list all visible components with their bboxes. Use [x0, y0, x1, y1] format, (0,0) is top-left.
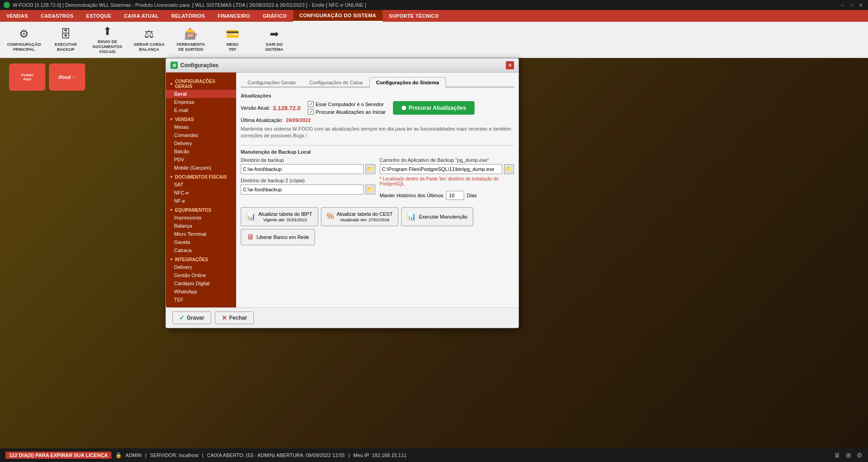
update-btn-label: Procurar Atualizações — [409, 105, 466, 111]
sidebar-section-documentos: ▼ DOCUMENTOS FISCAIS — [166, 172, 236, 180]
dialog-title-bar: ⚙ Configurações ✕ — [166, 58, 519, 73]
menu-configuracao[interactable]: CONFIGURAÇÃO DO SISTEMA — [293, 10, 383, 22]
last-update-label: Última Atualização: — [241, 117, 283, 123]
sidebar-item-mesas[interactable]: Mesas — [166, 123, 236, 131]
sidebar-item-delivery-integ[interactable]: Delivery — [166, 263, 236, 271]
minimize-button[interactable]: ─ — [839, 1, 846, 9]
sidebar-section-integracoes: ▼ INTEGRAÇÕES — [166, 254, 236, 263]
tef-icon: 💳 — [226, 28, 239, 40]
menu-vendas[interactable]: VENDAS — [0, 10, 34, 22]
liberar-banco-button[interactable]: 🖥 Liberar Banco em Rede — [241, 229, 315, 245]
sidebar-item-catraca[interactable]: Catraca — [166, 246, 236, 254]
sidebar-item-gaveta[interactable]: Gaveta — [166, 238, 236, 246]
banco-label: Liberar Banco em Rede — [257, 234, 309, 240]
checkbox-servidor[interactable]: ✓ Esse Computador é o Servidor — [308, 101, 386, 107]
toolbar-envio-documentos[interactable]: ⬆ ENVIO DEDOCUMENTOS FISCAIS — [87, 24, 128, 56]
gravar-label: Gravar — [187, 315, 204, 321]
close-window-button[interactable]: ✕ — [857, 1, 864, 9]
atualizar-cest-button[interactable]: % Atualizar tabela do CESTAtualizado em:… — [321, 207, 399, 226]
caminho-browse-button[interactable]: 📁 — [504, 164, 514, 174]
maximize-button[interactable]: □ — [848, 1, 855, 9]
sidebar-item-gestao-online[interactable]: Gestão Online — [166, 271, 236, 279]
menu-suporte[interactable]: SUPORTE TÉCNICO — [383, 10, 445, 22]
pedido-aqui-icon[interactable]: PedidoAqui — [9, 63, 45, 91]
sidebar-item-geral[interactable]: Geral — [166, 90, 236, 98]
envio-icon: ⬆ — [103, 25, 112, 38]
title-bar-text: W-FOOD [3.128.72.0] | Demonstração WLL S… — [13, 2, 366, 8]
sidebar-item-balanca[interactable]: Balança — [166, 222, 236, 230]
manter-value-input[interactable] — [446, 191, 464, 200]
tab-configuracoes-caixa[interactable]: Configurações de Caixa — [302, 77, 369, 88]
fechar-label: Fechar — [229, 315, 247, 321]
sidebar-section-equipamentos: ▼ EQUIPAMENTOS — [166, 205, 236, 214]
menu-relatorios[interactable]: RELATÓRIOS — [165, 10, 211, 22]
menu-estoque[interactable]: ESTOQUE — [80, 10, 118, 22]
dir-backup-input[interactable] — [241, 164, 364, 174]
menu-financeiro[interactable]: FINANCEIRO — [211, 10, 256, 22]
dialog-title-text: Configurações — [180, 62, 218, 68]
gravar-button[interactable]: ✓ Gravar — [172, 311, 211, 324]
version-value: 3.128.72.0 — [273, 105, 301, 112]
sidebar-item-impressoras[interactable]: Impressoras — [166, 214, 236, 222]
sidebar-item-mobile[interactable]: Mobile (Garçom) — [166, 164, 236, 172]
toolbar-ferramenta-sorteio[interactable]: 🎰 FERRAMENTADE SORTEIO — [170, 24, 211, 56]
menu-cadastros[interactable]: CADASTROS — [34, 10, 80, 22]
version-field: Versão Atual: 3.128.72.0 — [241, 105, 301, 112]
dir-backup-label: Diretório de backup — [241, 157, 375, 163]
checkbox-servidor-check: ✓ — [309, 102, 313, 107]
configuracao-label: CONFIGURAÇÃOPRINCIPAL — [7, 42, 41, 52]
action-buttons-row: 📊 Atualizar tabela do IBPTVigente até: 3… — [241, 207, 514, 245]
menu-grafico[interactable]: GRÁFICO — [257, 10, 293, 22]
executar-manutencao-button[interactable]: 📊 Executar Manutenção — [401, 207, 473, 226]
toolbar-executar-backup[interactable]: 🗄 EXECUTARBACKUP — [45, 24, 86, 56]
section-label-documentos: DOCUMENTOS FISCAIS — [175, 175, 227, 180]
atualizar-ibpt-button[interactable]: 📊 Atualizar tabela do IBPTVigente até: 3… — [241, 207, 318, 226]
checkbox-atualizacoes-box[interactable]: ✓ — [308, 109, 314, 115]
section-divider — [241, 145, 514, 146]
status-separator1: | — [145, 452, 146, 458]
sidebar-item-pdv[interactable]: PDV — [166, 156, 236, 164]
ifood-icon[interactable]: ifood→ — [49, 63, 85, 91]
banco-icon: 🖥 — [247, 233, 254, 241]
sorteio-icon: 🎰 — [184, 28, 198, 40]
sidebar-item-nfe[interactable]: NF-e — [166, 197, 236, 205]
sidebar-item-tef[interactable]: TEF — [166, 296, 236, 304]
sidebar-item-comandas[interactable]: Comandas — [166, 131, 236, 139]
sidebar-item-whatsapp[interactable]: WhatsApp — [166, 287, 236, 296]
envio-label: ENVIO DEDOCUMENTOS FISCAIS — [89, 39, 126, 54]
toolbar-gerar-carga[interactable]: ⚖ GERAR CARGABALANÇA — [129, 24, 170, 56]
title-bar: W-FOOD [3.128.72.0] | Demonstração WLL S… — [0, 0, 868, 10]
sidebar-item-empresa[interactable]: Empresa — [166, 98, 236, 106]
sidebar-item-email[interactable]: E-mail — [166, 106, 236, 114]
dialog-close-button[interactable]: ✕ — [506, 61, 514, 69]
menu-caixa-atual[interactable]: CAIXA ATUAL — [118, 10, 165, 22]
fechar-button[interactable]: ✕ Fechar — [215, 311, 254, 324]
toolbar-configuracao-principal[interactable]: ⚙ CONFIGURAÇÃOPRINCIPAL — [4, 24, 44, 56]
caminho-input[interactable] — [380, 164, 503, 174]
status-separator2: | — [202, 452, 204, 458]
checkbox-atualizacoes[interactable]: ✓ Procurar Atualizações ao Iniciar — [308, 109, 386, 115]
sidebar-item-sat[interactable]: SAT — [166, 180, 236, 189]
caminho-label: Caminho do Aplicativo de Backup "pg_dump… — [380, 157, 514, 163]
sidebar-item-cardapio-digital[interactable]: Cardápio Digital — [166, 279, 236, 287]
dialog-body: ▼ CONFIGURAÇÕES GERAIS Geral Empresa E-m… — [166, 73, 519, 307]
dir-backup2-input[interactable] — [241, 185, 364, 195]
toolbar-sair-sistema[interactable]: ➡ SAIR DOSISTEMA — [254, 24, 295, 56]
checkbox-servidor-box[interactable]: ✓ — [308, 101, 314, 107]
sidebar-item-delivery[interactable]: Delivery — [166, 139, 236, 147]
update-info-text: Mantenha seu sistema W-FOOD com as atual… — [241, 126, 514, 140]
sair-label: SAIR DOSISTEMA — [265, 42, 283, 52]
tab-configuracoes-gerais[interactable]: Configurações Gerais — [241, 77, 302, 88]
dir-backup2-browse-button[interactable]: 📁 — [365, 185, 375, 195]
tab-configuracoes-sistema[interactable]: Configurações do Sistema — [369, 77, 446, 88]
sidebar-item-nfce[interactable]: NFC-e — [166, 189, 236, 197]
manter-suffix: Dias — [467, 193, 477, 198]
dir-backup-browse-button[interactable]: 📁 — [365, 164, 375, 174]
status-ip: Meu IP: 192.168.15.111 — [354, 452, 407, 458]
toolbar-menu-tef[interactable]: 💳 MENUTEF — [212, 24, 253, 56]
sidebar-item-balcao[interactable]: Balcão — [166, 147, 236, 156]
procurar-atualizacoes-button[interactable]: Procurar Atualizações — [393, 101, 475, 115]
app-icons-panel: PedidoAqui ifood→ — [9, 63, 85, 91]
sidebar-item-micro-terminal[interactable]: Micro Terminal — [166, 230, 236, 238]
dir-backup2-field: Diretório de backup 2 (cópia) 📁 — [241, 178, 375, 195]
